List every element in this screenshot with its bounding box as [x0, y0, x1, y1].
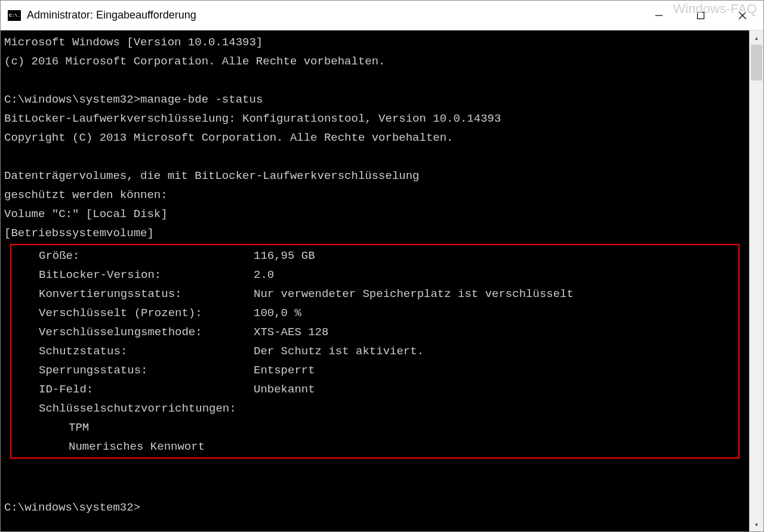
scroll-down-arrow-icon[interactable]: ▾: [750, 517, 763, 531]
volume-info-1: Datenträgervolumes, die mit BitLocker-La…: [4, 169, 420, 183]
detail-label: ID-Feld:: [15, 380, 254, 399]
scroll-thumb[interactable]: [751, 45, 762, 81]
highlight-box: Größe:116,95 GBBitLocker-Version:2.0Konv…: [10, 244, 740, 459]
cmd-icon: C:\.: [8, 10, 21, 21]
detail-value: 2.0: [254, 265, 274, 284]
window-controls: [638, 1, 763, 30]
banner-line-2: (c) 2016 Microsoft Corporation. Alle Rec…: [4, 55, 386, 68]
banner-line-1: Microsoft Windows [Version 10.0.14393]: [4, 36, 263, 49]
close-icon: [738, 11, 747, 20]
detail-value: Der Schutz ist aktiviert.: [254, 342, 424, 361]
detail-value: XTS-AES 128: [254, 323, 328, 342]
volume-info-4: [Betriebssystemvolume]: [4, 227, 154, 240]
tool-banner-2: Copyright (C) 2013 Microsoft Corporation…: [4, 131, 454, 144]
prompt-path: C:\windows\system32>: [4, 501, 140, 514]
titlebar[interactable]: C:\. Administrator: Eingabeaufforderung: [1, 1, 763, 30]
detail-label: Verschlüsselt (Prozent):: [15, 304, 254, 323]
console-area: Microsoft Windows [Version 10.0.14393] (…: [1, 30, 763, 531]
detail-value: Unbekannt: [254, 380, 315, 399]
scroll-up-arrow-icon[interactable]: ▴: [750, 30, 763, 45]
minimize-icon: [655, 11, 663, 20]
detail-label: Schutzstatus:: [15, 342, 254, 361]
tool-banner-1: BitLocker-Laufwerkverschlüsselung: Konfi…: [4, 112, 501, 125]
detail-label: Sperrungsstatus:: [15, 361, 254, 380]
volume-info-2: geschützt werden können:: [4, 188, 168, 202]
prompt-command: manage-bde -status: [140, 93, 263, 106]
command-prompt-window: C:\. Administrator: Eingabeaufforderung …: [0, 0, 764, 532]
protector-item: TPM: [15, 418, 735, 437]
detail-value: Entsperrt: [254, 361, 315, 380]
detail-value: Nur verwendeter Speicherplatz ist versch…: [254, 284, 574, 304]
maximize-icon: [697, 11, 705, 20]
close-button[interactable]: [722, 1, 763, 30]
protectors-label: Schlüsselschutzvorrichtungen:: [15, 399, 254, 418]
scroll-track[interactable]: [750, 45, 763, 517]
protector-item: Numerisches Kennwort: [15, 437, 735, 456]
svg-rect-1: [698, 12, 704, 18]
detail-label: BitLocker-Version:: [15, 265, 254, 284]
minimize-button[interactable]: [638, 1, 680, 30]
maximize-button[interactable]: [680, 1, 722, 30]
detail-value: 100,0 %: [254, 304, 301, 323]
window-title: Administrator: Eingabeaufforderung: [27, 9, 638, 21]
detail-label: Größe:: [15, 246, 254, 265]
volume-info-3: Volume "C:" [Local Disk]: [4, 208, 168, 221]
console-output[interactable]: Microsoft Windows [Version 10.0.14393] (…: [1, 30, 749, 531]
detail-label: Konvertierungsstatus:: [15, 284, 254, 304]
detail-value: 116,95 GB: [254, 246, 315, 265]
vertical-scrollbar[interactable]: ▴ ▾: [749, 30, 763, 531]
detail-label: Verschlüsselungsmethode:: [15, 323, 254, 342]
prompt-path: C:\windows\system32>: [4, 93, 140, 106]
